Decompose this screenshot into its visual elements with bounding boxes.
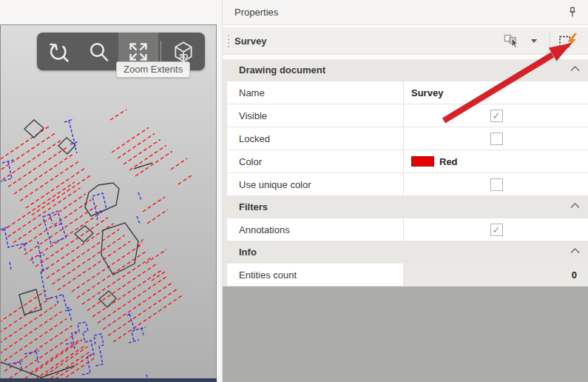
selection-bar-separator (550, 32, 550, 50)
section-filters[interactable]: Filters (227, 196, 588, 218)
property-label: Use unique color (227, 173, 404, 195)
blue-line-entities (1, 119, 149, 379)
collapse-chevron-icon[interactable] (570, 203, 580, 209)
property-row-locked: Locked (227, 127, 588, 150)
property-row-visible: Visible (227, 104, 588, 127)
name-value[interactable]: Survey (404, 81, 588, 104)
section-info[interactable]: Info (227, 241, 588, 264)
selected-object-name: Survey (234, 36, 266, 47)
zoom-window-button[interactable] (78, 33, 118, 70)
collapse-chevron-icon[interactable] (570, 248, 580, 254)
drag-grip[interactable] (228, 33, 229, 48)
use-unique-color-checkbox[interactable] (490, 178, 503, 191)
property-label: Entities count (227, 264, 404, 286)
3d-cube-icon: 3D (172, 40, 195, 64)
section-title: Drawing document (239, 64, 325, 76)
tooltip-zoom-extents: Zoom Extents (116, 61, 190, 78)
properties-panel: Properties Survey (222, 0, 588, 382)
zoom-previous-icon (47, 41, 70, 63)
property-row-annotations: Annotations (227, 218, 588, 241)
section-title: Filters (239, 201, 268, 212)
property-label: Locked (227, 127, 404, 150)
viewport-bottom-bar (0, 378, 217, 382)
section-title: Info (239, 247, 257, 258)
selection-cursor-icon (504, 34, 521, 48)
cad-drawing (1, 25, 216, 379)
panel-titlebar: Properties (223, 0, 588, 25)
quick-select-lightning-icon (559, 33, 578, 49)
panel-title: Properties (234, 7, 278, 18)
pin-button[interactable] (567, 6, 578, 19)
property-row-use-unique-color: Use unique color (227, 173, 588, 196)
entities-count-value: 0 (404, 264, 588, 286)
property-row-name: Name Survey (227, 81, 588, 104)
property-row-entities-count: Entities count 0 (227, 264, 588, 286)
annotations-checkbox[interactable] (490, 224, 503, 236)
selection-dropdown-caret[interactable] (531, 39, 537, 43)
pin-icon (568, 7, 577, 19)
panel-empty-area (223, 286, 588, 382)
zoom-previous-button[interactable] (38, 33, 78, 70)
svg-text:3D: 3D (179, 51, 188, 59)
drawing-viewport[interactable]: 3D Zoom Extents (0, 24, 217, 379)
visible-checkbox[interactable] (490, 110, 503, 122)
property-grid-zone: Drawing document Name Survey Visible (223, 55, 588, 382)
section-drawing-document[interactable]: Drawing document (227, 59, 588, 81)
property-grid: Drawing document Name Survey Visible (223, 59, 588, 286)
property-label: Visible (227, 104, 404, 127)
zoom-extents-icon (127, 41, 149, 63)
property-label: Annotations (227, 218, 404, 241)
selection-mode-button[interactable] (500, 30, 525, 51)
color-value[interactable]: Red (404, 150, 588, 172)
selection-header-bar: Survey (223, 27, 588, 55)
property-row-color: Color Red (227, 150, 588, 173)
zoom-window-icon (87, 41, 109, 63)
quick-select-button[interactable] (555, 30, 582, 51)
toolbar-separator (160, 41, 161, 63)
red-hatch-entities (1, 110, 192, 379)
collapse-chevron-icon[interactable] (570, 66, 580, 72)
property-label: Name (227, 81, 404, 104)
locked-checkbox[interactable] (490, 133, 503, 145)
color-swatch (411, 156, 434, 167)
property-label: Color (227, 150, 404, 172)
application-window: 3D Zoom Extents Properties Survey (0, 0, 588, 382)
